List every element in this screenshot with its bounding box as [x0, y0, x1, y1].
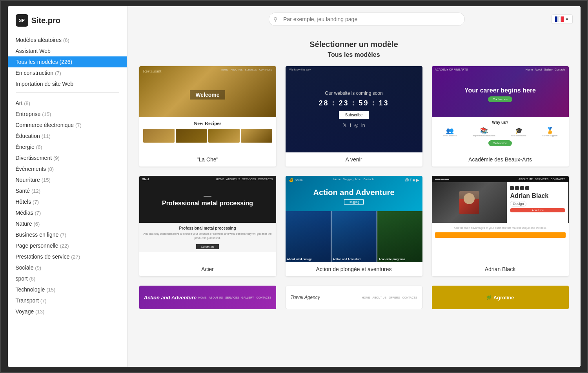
academy-features: 👥 small classes 📚 experienced teachers: [435, 127, 566, 137]
chevron-down-icon: ▼: [565, 17, 569, 22]
template-thumb-acier: Steel HOMEABOUT USSERVICESCONTACTS Profe…: [139, 176, 276, 262]
scuba-nav: 🐠Scuba HomeBloggingMeetContacts @f■▶: [286, 176, 422, 184]
adrian-info-panel: Adrian Black Design About me: [507, 182, 568, 223]
app-logo: SP Site.pro: [8, 14, 127, 34]
sidebar-item-commerce[interactable]: Commerce électronique (7): [8, 120, 127, 130]
sidebar-item-hotels[interactable]: Hôtels (7): [8, 196, 127, 207]
template-label-academie: Académie des Beaux-Arts: [432, 152, 569, 167]
adrian-nav: ABOUT MESERVICESCONTACTS: [432, 176, 569, 183]
sidebar-item-entreprise[interactable]: Entreprise (15): [8, 109, 127, 120]
logo-icon: SP: [16, 14, 28, 27]
sidebar-item-business[interactable]: Business en ligne (7): [8, 229, 127, 240]
academy-title: Your career begins here: [460, 87, 541, 94]
template-thumb-la-che: Restaurant HOMEABOUT USSERVICESCONTACTS …: [139, 66, 276, 152]
sidebar-item-education[interactable]: Éducation (11): [8, 130, 127, 141]
section-title: Tous les modèles: [139, 51, 569, 58]
adrian-bottom: Add the main advantages of your business…: [432, 223, 569, 241]
sidebar-item-prestations[interactable]: Prestations de service (27): [8, 251, 127, 262]
sidebar-divider: [16, 92, 119, 93]
academy-contact-button[interactable]: Contact us: [488, 96, 512, 102]
template-card-acier[interactable]: Steel HOMEABOUT USSERVICESCONTACTS Profe…: [139, 176, 276, 276]
sidebar-item-page-perso[interactable]: Page personnelle (22): [8, 240, 127, 251]
preview-restaurant: Restaurant HOMEABOUT USSERVICESCONTACTS …: [139, 66, 276, 152]
bottom-label-travel: Travel Agency: [291, 295, 320, 300]
scuba-title: Action and Adventure: [313, 188, 394, 197]
sidebar-item-sport[interactable]: sport (8): [8, 273, 127, 284]
template-label-la-che: "La Che": [139, 152, 276, 167]
sidebar-item-art[interactable]: Art (8): [8, 98, 127, 109]
bottom-card-action[interactable]: Action and Adventure HOMEABOUT USSERVICE…: [139, 286, 276, 309]
academy-why-us: Why us?: [435, 120, 566, 125]
steel-desc: Add text why customers have to choose yo…: [142, 232, 273, 240]
adrian-desc: Add the main advantages of your business…: [435, 226, 566, 230]
avenir-social-icons: 𝕏f◎in: [343, 123, 365, 128]
bottom-label-agro: 🌿 Agroline: [486, 295, 514, 301]
sidebar-item-sante[interactable]: Santé (12): [8, 185, 127, 196]
adrian-portrait: [432, 182, 507, 223]
template-label-scuba: Action de plongée et aventures: [286, 262, 422, 276]
sidebar-item-all[interactable]: Tous les modèles (226): [8, 56, 127, 67]
steel-main-title: Professional metal processing: [154, 200, 261, 207]
search-input[interactable]: [269, 13, 465, 26]
sidebar-item-divertissement[interactable]: Divertissement (9): [8, 152, 127, 163]
page-title: Sélectionner un modèle: [139, 40, 569, 49]
sidebar-categories: Art (8) Entreprise (15) Commerce électro…: [8, 98, 127, 317]
sidebar-item-evenements[interactable]: Événements (8): [8, 163, 127, 174]
template-thumb-scuba: 🐠Scuba HomeBloggingMeetContacts @f■▶ Act…: [286, 176, 422, 262]
avenir-timer: 28 : 23 : 59 : 13: [319, 99, 389, 107]
sidebar-item-random[interactable]: Modèles aléatoires (6): [8, 34, 127, 45]
bottom-label-action: Action and Adventure: [144, 295, 197, 301]
template-card-adrian[interactable]: ABOUT MESERVICESCONTACTS: [432, 176, 569, 276]
scuba-read-button[interactable]: Blogging: [344, 199, 363, 205]
adrian-about-button[interactable]: About me: [510, 208, 565, 212]
academy-nav: ACADEMY OF FINE ARTS HomeAboutGalleryCon…: [432, 66, 569, 73]
sidebar-item-nature[interactable]: Nature (6): [8, 218, 127, 229]
restaurant-nav-logo: Restaurant: [143, 69, 162, 73]
sidebar-item-energie[interactable]: Énergie (6): [8, 141, 127, 152]
steel-section-title: Professional metal processing: [142, 226, 273, 230]
scuba-grid-item-1: About wind energy: [286, 211, 331, 262]
steel-divider-icon: [204, 196, 211, 197]
search-bar-container: ⚲: [269, 13, 465, 26]
template-card-la-che[interactable]: Restaurant HOMEABOUT USSERVICESCONTACTS …: [139, 66, 276, 167]
adrian-name: Adrian Black: [510, 192, 565, 199]
template-grid: Restaurant HOMEABOUT USSERVICESCONTACTS …: [139, 66, 569, 276]
sidebar-item-assistant[interactable]: Assistant Web: [8, 45, 127, 56]
template-card-a-venir[interactable]: We know the way Our website is coming so…: [286, 66, 422, 167]
bottom-preview-row: Action and Adventure HOMEABOUT USSERVICE…: [139, 286, 569, 309]
academy-subscribe-button[interactable]: Subscribe: [488, 140, 512, 146]
adrian-role: Design: [510, 201, 526, 206]
template-card-academie[interactable]: ACADEMY OF FINE ARTS HomeAboutGalleryCon…: [432, 66, 569, 167]
restaurant-welcome: Welcome: [190, 90, 225, 100]
template-card-scuba[interactable]: 🐠Scuba HomeBloggingMeetContacts @f■▶ Act…: [286, 176, 422, 276]
sidebar-item-import[interactable]: Importation de site Web: [8, 78, 127, 89]
avenir-subtitle: Our website is coming soon: [325, 91, 382, 96]
sidebar-item-technologie[interactable]: Technologie (15): [8, 284, 127, 295]
scuba-grid: About wind energy Action and Adventure A…: [286, 211, 422, 262]
language-button[interactable]: ▼: [552, 14, 573, 24]
scuba-grid-item-2: Action and Adventure: [331, 211, 377, 262]
scuba-grid-item-3: Academic programs: [377, 211, 422, 262]
template-thumb-adrian: ABOUT MESERVICESCONTACTS: [432, 176, 569, 262]
template-label-a-venir: A venir: [286, 152, 422, 167]
sidebar-item-construction[interactable]: En construction (7): [8, 67, 127, 78]
restaurant-nav-links: HOMEABOUT USSERVICESCONTACTS: [221, 69, 272, 73]
steel-nav: Steel HOMEABOUT USSERVICESCONTACTS: [139, 176, 276, 183]
template-thumb-academie: ACADEMY OF FINE ARTS HomeAboutGalleryCon…: [432, 66, 569, 152]
bottom-card-travel[interactable]: Travel Agency HOMEABOUT USOFFERSCONTACTS: [286, 286, 422, 309]
sidebar-item-voyage[interactable]: Voyage (13): [8, 306, 127, 317]
sidebar-item-sociale[interactable]: Sociale (9): [8, 262, 127, 273]
steel-contact-button[interactable]: Contact us: [196, 244, 218, 249]
sidebar: SP Site.pro Modèles aléatoires (6) Assis…: [8, 6, 127, 367]
bottom-travel-nav: HOMEABOUT USOFFERSCONTACTS: [362, 296, 417, 299]
template-label-acier: Acier: [139, 262, 276, 276]
template-thumb-a-venir: We know the way Our website is coming so…: [286, 66, 422, 152]
avenir-subscribe-button[interactable]: Subscribe: [339, 111, 369, 119]
sidebar-item-medias[interactable]: Médias (7): [8, 207, 127, 218]
bottom-card-agro[interactable]: 🌿 Agroline: [432, 286, 569, 309]
sidebar-item-nourriture[interactable]: Nourriture (15): [8, 174, 127, 185]
main-header: ⚲ ▼: [127, 6, 581, 32]
sidebar-item-transport[interactable]: Transport (7): [8, 295, 127, 306]
avenir-nav: We know the way: [286, 66, 422, 73]
app-name: Site.pro: [31, 16, 60, 25]
